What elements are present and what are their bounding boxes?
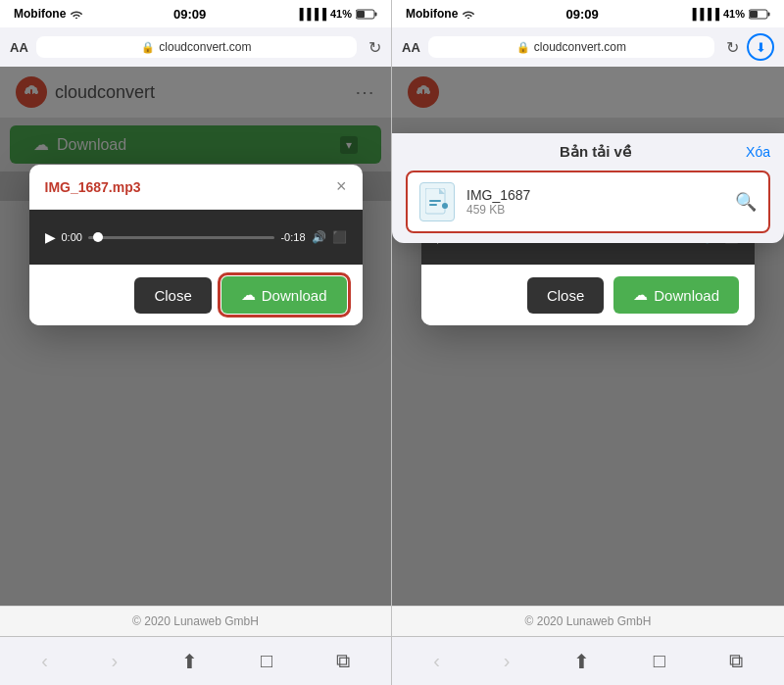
url-text-left: cloudconvert.com (159, 40, 251, 54)
footer-copyright-right: © 2020 Lunaweb GmbH (525, 614, 652, 628)
svg-rect-9 (750, 11, 758, 18)
nav-forward-left[interactable]: › (101, 646, 127, 676)
modal-close-action-left[interactable]: Close (134, 277, 211, 314)
nav-bookmarks-left[interactable]: □ (251, 646, 282, 676)
left-phone: Mobifone 09:09 ▐▐▐▐ 41% AA 🔒 cloudconver… (0, 0, 392, 685)
modal-left: IMG_1687.mp3 × ▶ 0:00 -0:18 🔊 ⬛ (29, 165, 363, 325)
download-circle-icon: ⬇ (756, 40, 766, 55)
modal-overlay-left: IMG_1687.mp3 × ▶ 0:00 -0:18 🔊 ⬛ (0, 67, 391, 636)
bottom-nav-left: ‹ › ⬆ □ ⧉ (0, 636, 391, 685)
status-bar-right: Mobifone 09:09 ▐▐▐▐ 41% (392, 0, 784, 27)
progress-dot-left (93, 232, 103, 242)
battery-icon-right (749, 9, 770, 20)
modal-footer-left: Close ☁ Download (29, 265, 363, 325)
svg-rect-12 (429, 204, 437, 206)
aa-label-left[interactable]: AA (10, 40, 28, 55)
svg-rect-3 (357, 11, 365, 18)
aa-label-right[interactable]: AA (402, 40, 420, 55)
nav-tabs-left[interactable]: ⧉ (326, 646, 360, 676)
download-panel-title: Bản tải về (445, 143, 746, 161)
url-bar-left[interactable]: 🔒 cloudconvert.com (36, 36, 357, 58)
download-item-icon (419, 182, 455, 221)
nav-share-left[interactable]: ⬆ (172, 646, 208, 677)
nav-bookmarks-right[interactable]: □ (644, 646, 675, 676)
search-icon-download[interactable]: 🔍 (735, 191, 757, 213)
lock-icon-left: 🔒 (141, 41, 155, 54)
download-icon-right: ☁ (633, 286, 648, 304)
wifi-icon-right (462, 9, 475, 19)
volume-icon-left[interactable]: 🔊 (312, 230, 326, 244)
svg-rect-8 (767, 12, 769, 16)
nav-forward-right[interactable]: › (494, 646, 520, 676)
svg-rect-2 (374, 12, 376, 16)
lock-icon-right: 🔒 (516, 41, 530, 54)
modal-body-left: ▶ 0:00 -0:18 🔊 ⬛ (29, 210, 363, 265)
modal-footer-right: Close ☁ Download (421, 265, 755, 325)
page-footer-right: © 2020 Lunaweb GmbH (392, 606, 784, 636)
modal-download-btn-right[interactable]: ☁ Download (613, 276, 739, 314)
svg-point-13 (442, 203, 448, 209)
carrier-right: Mobifone (406, 7, 458, 21)
audio-player-left: ▶ 0:00 -0:18 🔊 ⬛ (45, 229, 347, 245)
svg-rect-11 (429, 200, 441, 202)
signal-right: ▐▐▐▐ (689, 8, 719, 20)
bottom-nav-right: ‹ › ⬆ □ ⧉ (392, 636, 784, 685)
battery-icon-left (356, 9, 377, 20)
nav-back-right[interactable]: ‹ (423, 646, 450, 676)
status-right-right: ▐▐▐▐ 41% (689, 8, 770, 20)
play-icon-left[interactable]: ▶ (45, 229, 56, 245)
status-bar-left: Mobifone 09:09 ▐▐▐▐ 41% (0, 0, 391, 27)
screen-icon-left[interactable]: ⬛ (332, 230, 347, 244)
time-right: 09:09 (565, 7, 598, 22)
status-left: Mobifone (14, 7, 83, 21)
modal-download-label-right: Download (654, 287, 719, 304)
modal-download-btn-left[interactable]: ☁ Download (221, 276, 347, 314)
status-right-left: ▐▐▐▐ 41% (296, 8, 377, 20)
time-end-left: -0:18 (280, 231, 305, 243)
progress-bar-left[interactable] (88, 236, 275, 239)
download-icon-left: ☁ (241, 286, 256, 304)
file-audio-icon (425, 188, 449, 216)
modal-header-left: IMG_1687.mp3 × (29, 165, 363, 210)
wifi-icon-left (70, 9, 83, 19)
time-start-left: 0:00 (62, 231, 82, 243)
modal-download-label-left: Download (262, 287, 327, 304)
nav-back-left[interactable]: ‹ (31, 646, 58, 676)
modal-close-btn-left[interactable]: × (336, 176, 347, 197)
refresh-btn-right[interactable]: ↻ (726, 38, 739, 57)
download-item-info: IMG_1687 459 KB (466, 187, 723, 217)
modal-filename-left: IMG_1687.mp3 (45, 179, 141, 195)
page-content-left: cloudconvert ⋯ ☁ Download ▾ IMG_1687.mp3… (0, 67, 391, 636)
svg-point-0 (75, 18, 77, 19)
modal-close-action-right[interactable]: Close (527, 277, 604, 314)
url-text-right: cloudconvert.com (534, 40, 626, 54)
battery-left: 41% (330, 8, 352, 20)
time-left: 09:09 (173, 7, 206, 22)
signal-left: ▐▐▐▐ (296, 8, 326, 20)
download-item-size: 459 KB (466, 203, 723, 217)
download-item-name: IMG_1687 (466, 187, 723, 203)
status-left-right: Mobifone (406, 7, 475, 21)
page-content-right: Bản tải về Xóa IMG_1687 459 KB (392, 67, 784, 636)
download-item: IMG_1687 459 KB 🔍 (406, 171, 770, 233)
nav-share-right[interactable]: ⬆ (564, 646, 600, 677)
url-bar-right[interactable]: 🔒 cloudconvert.com (428, 36, 714, 58)
download-panel-clear[interactable]: Xóa (746, 144, 770, 160)
svg-point-6 (467, 18, 469, 19)
download-panel-header: Bản tải về Xóa (406, 143, 770, 161)
carrier-left: Mobifone (14, 7, 66, 21)
page-footer-left: © 2020 Lunaweb GmbH (0, 606, 391, 636)
download-panel: Bản tải về Xóa IMG_1687 459 KB (392, 133, 784, 243)
battery-right: 41% (723, 8, 745, 20)
refresh-btn-left[interactable]: ↻ (368, 38, 381, 57)
nav-tabs-right[interactable]: ⧉ (719, 646, 753, 676)
right-phone: Mobifone 09:09 ▐▐▐▐ 41% AA 🔒 cloudconver… (392, 0, 784, 685)
browser-bar-left: AA 🔒 cloudconvert.com ↻ (0, 27, 391, 67)
download-circle-btn[interactable]: ⬇ (747, 33, 774, 61)
footer-copyright-left: © 2020 Lunaweb GmbH (132, 614, 259, 628)
browser-bar-right: AA 🔒 cloudconvert.com ↻ ⬇ (392, 27, 784, 67)
